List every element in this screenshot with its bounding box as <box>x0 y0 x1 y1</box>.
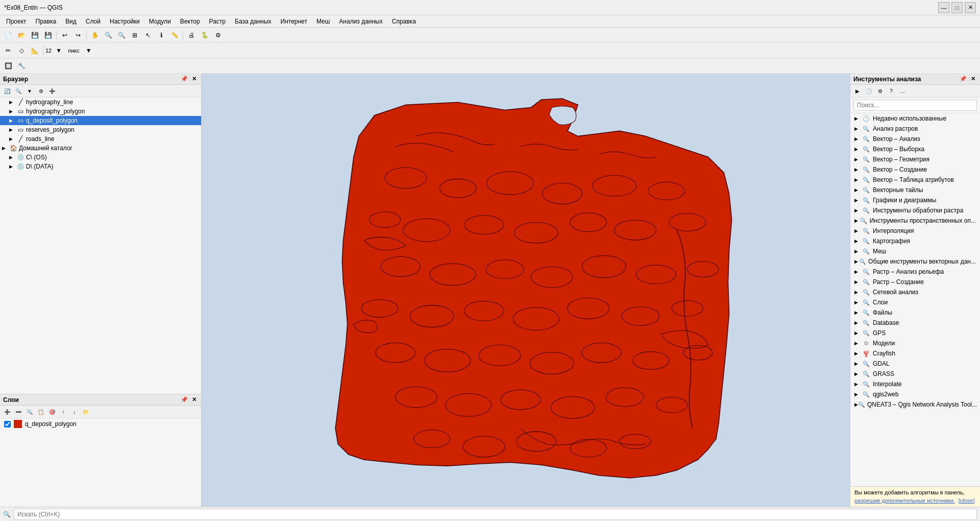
redo-button[interactable]: ↪ <box>72 29 84 41</box>
font-size-down[interactable]: ▼ <box>53 44 65 57</box>
snap-button[interactable]: 🔲 <box>2 60 14 72</box>
zoom-extent-button[interactable]: ⊞ <box>129 29 141 41</box>
menu-item-правка[interactable]: Правка <box>32 17 61 26</box>
save-as-button[interactable]: 💾 <box>42 29 54 41</box>
analysis-help[interactable]: ? <box>886 86 896 96</box>
node-tool-button[interactable]: ◇ <box>15 44 28 57</box>
analysis-item-database[interactable]: ▶ 🔍 Database <box>850 318 980 328</box>
browser-settings[interactable]: ⚙ <box>36 86 46 96</box>
analysis-panel-close[interactable]: ✕ <box>969 75 977 83</box>
edit-button[interactable]: ✏ <box>2 44 14 57</box>
analysis-item-charts[interactable]: ▶ 🔍 Графики и диаграммы <box>850 195 980 205</box>
menu-item-вектор[interactable]: Вектор <box>176 17 204 26</box>
layers-remove[interactable]: ➖ <box>13 407 23 417</box>
layer-q-deposit-polygon[interactable]: q_deposit_polygon <box>0 418 201 430</box>
analysis-item-layers[interactable]: ▶ 🔍 Слои <box>850 297 980 307</box>
browser-refresh[interactable]: 🔄 <box>2 86 12 96</box>
menu-item-меш[interactable]: Меш <box>312 17 334 26</box>
analysis-item-raster-tools[interactable]: ▶ 🔍 Инструменты обработки растра <box>850 205 980 216</box>
analysis-more[interactable]: … <box>897 86 908 96</box>
close-button[interactable]: ✕ <box>965 2 976 13</box>
layer-checkbox[interactable] <box>4 421 11 428</box>
menu-item-растр[interactable]: Растр <box>205 17 230 26</box>
analysis-item-interpolation[interactable]: ▶ 🔍 Интерполяция <box>850 226 980 236</box>
layers-open-attribute[interactable]: 📋 <box>36 407 46 417</box>
analysis-item-raster-create[interactable]: ▶ 🔍 Растр – Создание <box>850 277 980 287</box>
analysis-item-vector-attributes[interactable]: ▶ 🔍 Вектор – Таблица атрибутов <box>850 175 980 185</box>
layers-panel-pin[interactable]: 📌 <box>179 396 189 404</box>
advanced-digi-button[interactable]: 🔧 <box>15 60 28 72</box>
layers-group[interactable]: 📁 <box>81 407 91 417</box>
analysis-item-network-analysis[interactable]: ▶ 🔍 Сетевой анализ <box>850 287 980 297</box>
menu-item-проект[interactable]: Проект <box>2 17 31 26</box>
print-button[interactable]: 🖨 <box>185 29 198 41</box>
analysis-item-vector-selection[interactable]: ▶ 🔍 Вектор – Выборка <box>850 144 980 154</box>
analysis-item-spatial-tools[interactable]: ▶ 🔍 Инструменты пространственных оп... <box>850 216 980 226</box>
undo-button[interactable]: ↩ <box>59 29 71 41</box>
menu-item-вид[interactable]: Вид <box>61 17 81 26</box>
identify-button[interactable]: ℹ <box>155 29 167 41</box>
maximize-button[interactable]: □ <box>951 2 963 13</box>
select-button[interactable]: ↖ <box>142 29 154 41</box>
menu-item-модули[interactable]: Модули <box>145 17 175 26</box>
analysis-panel-pin[interactable]: 📌 <box>958 75 968 83</box>
analysis-search-input[interactable] <box>853 100 977 111</box>
analysis-item-interpolate[interactable]: ▶ 🔍 Interpolate <box>850 379 980 389</box>
layers-zoom-to[interactable]: 🎯 <box>47 407 57 417</box>
browser-add[interactable]: ➕ <box>47 86 57 96</box>
processing-button[interactable]: ⚙ <box>212 29 224 41</box>
new-project-button[interactable]: 📄 <box>2 29 14 41</box>
font-unit-down[interactable]: ▼ <box>83 44 95 57</box>
layers-down[interactable]: ↓ <box>69 407 80 417</box>
minimize-button[interactable]: — <box>938 2 949 13</box>
analysis-item-gdal[interactable]: ▶ 🔍 GDAL <box>850 359 980 369</box>
map-canvas[interactable] <box>202 74 850 507</box>
analysis-item-models[interactable]: ▶ ⚙ Модели <box>850 338 980 348</box>
analysis-history[interactable]: 🕐 <box>864 86 874 96</box>
layers-panel-close[interactable]: ✕ <box>190 396 198 404</box>
browser-filter[interactable]: 🔍 <box>13 86 23 96</box>
menu-item-настройки[interactable]: Настройки <box>106 17 144 26</box>
analysis-item-mesh[interactable]: ▶ 🔍 Меш <box>850 246 980 256</box>
layers-up[interactable]: ↑ <box>58 407 68 417</box>
analysis-item-files[interactable]: ▶ 🔍 Файлы <box>850 307 980 318</box>
browser-panel-close[interactable]: ✕ <box>190 75 198 83</box>
browser-panel-pin[interactable]: 📌 <box>179 75 189 83</box>
layers-add[interactable]: ➕ <box>2 407 12 417</box>
browser-item-hydrography-polygon[interactable]: ▶ ▭ hydrography_polygon <box>0 107 201 116</box>
measure-button[interactable]: 📏 <box>168 29 181 41</box>
menu-item-слой[interactable]: Слой <box>82 17 105 26</box>
menu-item-анализ-данных[interactable]: Анализ данных <box>335 17 386 26</box>
analysis-item-raster-relief[interactable]: ▶ 🔍 Растр – Анализ рельефа <box>850 267 980 277</box>
analysis-item-gps[interactable]: ▶ 🔍 GPS <box>850 328 980 338</box>
analysis-item-vector-create[interactable]: ▶ 🔍 Вектор – Создание <box>850 164 980 175</box>
analysis-item-qneat3[interactable]: ▶ 🔍 QNEAT3 – Qgis Network Analysis Tool.… <box>850 399 980 410</box>
digitize-button[interactable]: 📐 <box>29 44 41 57</box>
menu-item-база-данных[interactable]: База данных <box>231 17 275 26</box>
analysis-item-vector-tiles[interactable]: ▶ 🔍 Векторные тайлы <box>850 185 980 195</box>
browser-item-home-catalog[interactable]: ▶ 🏠 Домашний каталог <box>0 144 201 153</box>
browser-item-d-drive[interactable]: ▶ 💿 D\ (DATA) <box>0 162 201 171</box>
browser-item-roads-line[interactable]: ▶ ╱ roads_line <box>0 134 201 144</box>
layers-filter[interactable]: 🔍 <box>24 407 35 417</box>
analysis-run[interactable]: ▶ <box>852 86 863 96</box>
analysis-item-qgis2web[interactable]: ▶ 🔍 qgis2web <box>850 389 980 399</box>
browser-item-reserves-polygon[interactable]: ▶ ▭ reserves_polygon <box>0 125 201 134</box>
save-button[interactable]: 💾 <box>29 29 41 41</box>
zoom-in-button[interactable]: 🔍 <box>102 29 114 41</box>
analysis-settings[interactable]: ⚙ <box>875 86 885 96</box>
open-project-button[interactable]: 📂 <box>15 29 28 41</box>
browser-collapse[interactable]: ▼ <box>24 86 35 96</box>
analysis-item-crayfish[interactable]: ▶ 🦞 Crayfish <box>850 348 980 359</box>
analysis-item-grass[interactable]: ▶ 🔍 GRASS <box>850 369 980 379</box>
analysis-item-recent[interactable]: ▶ 🕐 Недавно использованные <box>850 113 980 124</box>
pan-button[interactable]: ✋ <box>89 29 101 41</box>
analysis-item-raster[interactable]: ▶ 🔍 Анализ растров <box>850 124 980 134</box>
info-note-link1[interactable]: разрешив дополнительные источники. <box>854 498 955 504</box>
browser-item-hydrography-line[interactable]: ▶ ╱ hydrography_line <box>0 98 201 107</box>
browser-item-q-deposit-polygon[interactable]: ▶ ▭ q_deposit_polygon <box>0 116 201 125</box>
menu-item-интернет[interactable]: Интернет <box>277 17 311 26</box>
zoom-out-button[interactable]: 🔍 <box>115 29 128 41</box>
info-note-link2[interactable]: [close] <box>959 498 975 504</box>
browser-item-c-drive[interactable]: ▶ 💿 C\ (OS) <box>0 153 201 162</box>
